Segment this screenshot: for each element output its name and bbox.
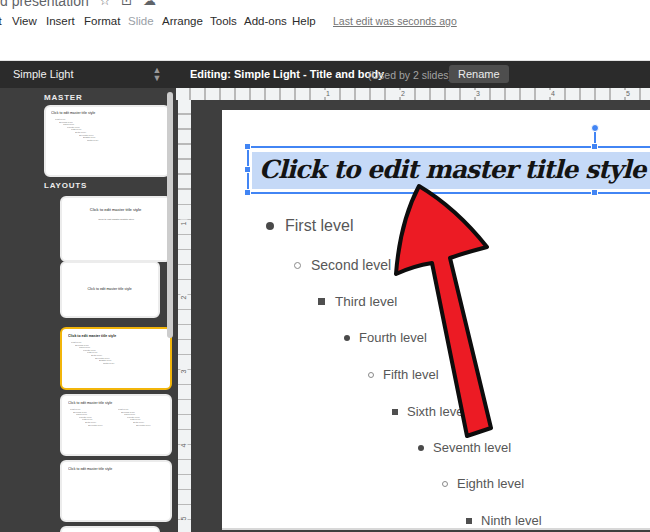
- document-title-row: d presentation ☆ ⊡ ☁: [0, 0, 650, 10]
- ruler-number: 4: [180, 442, 187, 450]
- google-slides-window: d presentation ☆ ⊡ ☁ Edit View Insert Fo…: [0, 0, 650, 532]
- ruler-number: 5: [180, 515, 187, 523]
- rename-button[interactable]: Rename: [449, 65, 509, 83]
- mini-title: Click to edit master title style: [68, 208, 164, 212]
- body-level-4[interactable]: Fourth level: [344, 330, 427, 345]
- sidebar-scrollbar[interactable]: [167, 92, 173, 338]
- body-level-6[interactable]: Sixth level: [392, 404, 466, 419]
- mini-line: Fifth level: [82, 418, 96, 419]
- move-folder-icon[interactable]: ⊡: [121, 0, 132, 8]
- mini-line: Fourth level: [79, 416, 94, 417]
- menu-edit[interactable]: Edit: [0, 13, 6, 29]
- level-label: First level: [285, 217, 353, 235]
- master-thumbnail[interactable]: Click to edit master title style First l…: [44, 105, 170, 177]
- level-label: Sixth level: [407, 404, 466, 419]
- ruler-number: 4: [549, 90, 557, 97]
- bullet-circle-icon: [368, 372, 374, 378]
- slide-bottom-edge: [222, 528, 650, 530]
- mini-line: First level: [71, 341, 108, 342]
- ruler-number: 2: [399, 90, 407, 97]
- horizontal-ruler: 1 2 3 4 5: [176, 88, 650, 100]
- body-level-5[interactable]: Fifth level: [368, 367, 439, 382]
- mini-line: Sixth level: [91, 354, 120, 355]
- resize-handle-bottom-left[interactable]: [244, 189, 251, 196]
- bullet-circle-icon: [294, 262, 301, 269]
- menu-insert[interactable]: Insert: [42, 13, 79, 29]
- master-editing-bar: Simple Light ▲▼ Editing: Simple Light - …: [0, 61, 650, 88]
- resize-handle-top-left[interactable]: [244, 143, 251, 150]
- mini-line: Second level: [73, 411, 90, 412]
- mini-title: Click to edit master title style: [68, 401, 163, 404]
- last-edit-link[interactable]: Last edit was seconds ago: [333, 15, 457, 27]
- mini-line: Fourth level: [127, 416, 142, 417]
- editing-label: Editing: Simple Light - Title and body: [190, 68, 384, 80]
- layout-thumbnail-partial[interactable]: [60, 526, 160, 532]
- menu-format[interactable]: Format: [80, 13, 124, 29]
- cloud-status-icon[interactable]: ☁: [143, 0, 156, 8]
- ruler-number: 1: [180, 220, 187, 228]
- mini-line: Sixth level: [75, 131, 110, 132]
- body-level-7[interactable]: Seventh level: [418, 440, 511, 455]
- slide-canvas-area: 1 2 3 4 5 1 2 3 4 5 Click to edit master: [176, 88, 650, 532]
- mini-line: Fifth level: [130, 418, 144, 419]
- resize-handle-top-center[interactable]: [591, 143, 598, 150]
- ruler-number: 3: [474, 90, 482, 97]
- menu-bar: Edit View Insert Format Slide Arrange To…: [0, 10, 650, 31]
- mini-line: Sixth level: [133, 421, 145, 422]
- toolbar: Lobster − 28 + B I U A: [0, 31, 650, 61]
- ruler-number: 5: [624, 90, 632, 97]
- menu-help[interactable]: Help: [288, 13, 320, 29]
- menu-slide[interactable]: Slide: [124, 13, 158, 29]
- mini-line: Third level: [76, 413, 92, 414]
- mini-title: Click to edit master title style: [51, 111, 161, 114]
- ruler-number: 1: [324, 90, 332, 97]
- mini-subtitle: Click to edit master subtitle style: [68, 218, 164, 221]
- layout-thumbnail-title-slide[interactable]: Click to edit master title style Click t…: [60, 196, 172, 262]
- master-section-label: MASTER: [44, 93, 83, 102]
- theme-name[interactable]: Simple Light: [13, 68, 74, 80]
- layout-thumbnail-title-only[interactable]: Click to edit master title style: [60, 261, 160, 318]
- selection-border-top: [247, 146, 650, 148]
- mini-line: Second level: [75, 344, 111, 345]
- level-label: Third level: [335, 294, 397, 309]
- mini-line: Eighth level: [83, 136, 115, 137]
- mini-line: Seventh level: [136, 424, 147, 425]
- slide-editing-surface[interactable]: Click to edit master title style First l…: [222, 110, 650, 528]
- mini-line: Fourth level: [83, 349, 115, 350]
- mini-line: Seventh level: [79, 134, 113, 135]
- layout-thumbnail-title-and-body-selected[interactable]: Click to edit master title style First l…: [60, 327, 172, 390]
- bullet-disc-icon: [344, 335, 350, 341]
- layout-thumbnail-title-header[interactable]: Click to edit master title style: [60, 460, 172, 522]
- theme-sort-icon[interactable]: ▲▼: [152, 66, 162, 82]
- layout-thumbnail-two-columns[interactable]: Click to edit master title style First l…: [60, 394, 172, 456]
- star-icon[interactable]: ☆: [99, 0, 111, 8]
- menu-view[interactable]: View: [8, 13, 41, 29]
- mini-line: First level: [118, 408, 136, 409]
- menu-tools[interactable]: Tools: [206, 13, 241, 29]
- master-title-placeholder[interactable]: Click to edit master title style: [252, 152, 650, 189]
- body-level-8[interactable]: Eighth level: [442, 476, 524, 491]
- bullet-square-icon: [318, 298, 325, 305]
- mini-line: Eighth level: [99, 359, 125, 360]
- bullet-circle-icon: [442, 481, 448, 487]
- body-level-1[interactable]: First level: [266, 217, 353, 235]
- rotation-handle[interactable]: [591, 124, 599, 132]
- mini-title: Click to edit master title style: [68, 467, 163, 470]
- document-title[interactable]: d presentation: [0, 0, 89, 9]
- mini-line: Third level: [79, 346, 113, 347]
- level-label: Fifth level: [383, 367, 439, 382]
- body-level-2[interactable]: Second level: [294, 257, 391, 273]
- body-level-9[interactable]: Ninth level: [466, 513, 542, 528]
- resize-handle-bottom-center[interactable]: [591, 189, 598, 196]
- vertical-ruler: 1 2 3 4 5: [178, 100, 191, 532]
- resize-handle-mid-left[interactable]: [244, 166, 251, 173]
- mini-line: Sixth level: [85, 421, 97, 422]
- bullet-disc-icon: [418, 445, 424, 451]
- level-label: Second level: [311, 257, 391, 273]
- menu-addons[interactable]: Add-ons: [240, 13, 291, 29]
- bullet-disc-icon: [266, 222, 274, 230]
- ruler-number: 2: [180, 294, 187, 302]
- menu-arrange[interactable]: Arrange: [158, 13, 207, 29]
- level-label: Fourth level: [359, 330, 427, 345]
- body-level-3[interactable]: Third level: [318, 294, 397, 309]
